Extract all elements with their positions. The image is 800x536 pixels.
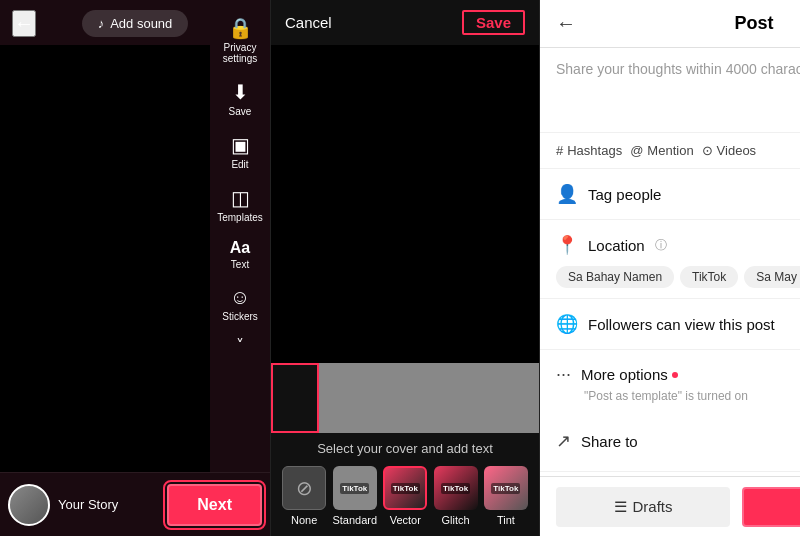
middle-panel: Cancel Save Select your cover and add te… xyxy=(270,0,540,536)
drafts-button[interactable]: ☰ Drafts xyxy=(556,487,730,527)
save-button[interactable]: Save xyxy=(462,10,525,35)
your-story-label: Your Story xyxy=(58,497,159,512)
cover-strip-gray xyxy=(319,363,539,433)
loc-chip-1[interactable]: TikTok xyxy=(680,266,738,288)
hashtags-chip[interactable]: # Hashtags xyxy=(556,143,622,158)
bottom-bar: Your Story Next xyxy=(0,472,270,536)
cover-strip xyxy=(271,363,539,433)
stickers-icon: ☺ xyxy=(230,286,250,309)
cover-option-glitch[interactable]: TikTok Glitch xyxy=(434,466,478,526)
tag-people-left: 👤 Tag people xyxy=(556,183,661,205)
videos-chip[interactable]: ⊙ Videos xyxy=(702,143,757,158)
more-options-row[interactable]: ··· More options › xyxy=(540,350,800,389)
share-label: Share to xyxy=(581,433,638,450)
music-icon: ♪ xyxy=(98,16,105,31)
video-black-area xyxy=(271,45,539,363)
cover-strip-thumb xyxy=(271,363,319,433)
location-chips: Sa Bahay Namen TikTok Sa May Kanto KAHIT… xyxy=(540,260,800,299)
followers-label: Followers can view this post xyxy=(588,316,775,333)
share-row: ↗ Share to ✉ f xyxy=(540,411,800,472)
cover-option-none[interactable]: ⊘ None xyxy=(282,466,326,526)
more-options-label-wrap: More options xyxy=(581,366,678,383)
video-preview xyxy=(0,45,210,472)
vector-thumb: TikTok xyxy=(383,466,427,510)
left-panel: ← ♪ Add sound 🔒 Privacy settings ⬇ Save … xyxy=(0,0,270,536)
tint-thumb: TikTok xyxy=(484,466,528,510)
location-left: 📍 Location ⓘ xyxy=(556,234,667,256)
more-icon: ··· xyxy=(556,364,571,385)
tool-text[interactable]: Aa Text xyxy=(210,233,270,276)
cover-option-vector[interactable]: TikTok Vector xyxy=(383,466,427,526)
globe-icon: 🌐 xyxy=(556,313,578,335)
red-dot-indicator xyxy=(672,372,678,378)
mention-chip[interactable]: @ Mention xyxy=(630,143,693,158)
right-header: ← Post xyxy=(540,0,800,48)
post-button[interactable]: ✦ Post xyxy=(742,487,800,527)
select-cover-text: Select your cover and add text xyxy=(271,433,539,462)
tool-privacy[interactable]: 🔒 Privacy settings xyxy=(210,10,270,70)
circle-icon: ⊙ xyxy=(702,143,713,158)
caption-placeholder[interactable]: Share your thoughts within 4000 characte… xyxy=(556,60,800,80)
text-icon: Aa xyxy=(230,239,250,257)
cover-options: ⊘ None TikTok Standard TikTok Vector Tik… xyxy=(271,462,539,536)
glitch-thumb: TikTok xyxy=(434,466,478,510)
cancel-button[interactable]: Cancel xyxy=(285,14,332,31)
templates-icon: ◫ xyxy=(231,186,250,210)
loc-chip-2[interactable]: Sa May Kanto xyxy=(744,266,800,288)
middle-top-bar: Cancel Save xyxy=(271,0,539,45)
none-thumb: ⊘ xyxy=(282,466,326,510)
post-section: Share your thoughts within 4000 characte… xyxy=(540,48,800,476)
right-back-icon[interactable]: ← xyxy=(556,12,576,35)
more-options-left: ··· More options xyxy=(556,364,678,385)
back-button[interactable]: ← xyxy=(12,10,36,37)
more-options-label: More options xyxy=(581,366,668,383)
bottom-action-bar: ☰ Drafts ✦ Post xyxy=(540,476,800,536)
person-icon: 👤 xyxy=(556,183,578,205)
loc-chip-0[interactable]: Sa Bahay Namen xyxy=(556,266,674,288)
drafts-icon: ☰ xyxy=(614,498,627,516)
add-sound-button[interactable]: ♪ Add sound xyxy=(82,10,189,37)
edit-icon: ▣ xyxy=(231,133,250,157)
info-icon: ⓘ xyxy=(655,237,667,254)
tool-stickers[interactable]: ☺ Stickers xyxy=(210,280,270,328)
cover-option-tint[interactable]: TikTok Tint xyxy=(484,466,528,526)
cover-option-standard[interactable]: TikTok Standard xyxy=(332,466,377,526)
followers-row[interactable]: 🌐 Followers can view this post › xyxy=(540,299,800,350)
share-icon: ↗ xyxy=(556,430,571,452)
at-icon: @ xyxy=(630,143,643,158)
right-title: Post xyxy=(588,13,800,34)
standard-thumb: TikTok xyxy=(333,466,377,510)
tool-templates[interactable]: ◫ Templates xyxy=(210,180,270,229)
tag-people-row[interactable]: 👤 Tag people › xyxy=(540,169,800,220)
tool-edit[interactable]: ▣ Edit xyxy=(210,127,270,176)
avatar xyxy=(8,484,50,526)
more-options-note: "Post as template" is turned on xyxy=(540,389,800,411)
save-icon: ⬇ xyxy=(232,80,249,104)
share-left: ↗ Share to xyxy=(556,430,638,452)
location-icon: 📍 xyxy=(556,234,578,256)
right-panel: ← Post Share your thoughts within 4000 c… xyxy=(540,0,800,536)
location-label: Location xyxy=(588,237,645,254)
next-button[interactable]: Next xyxy=(167,484,262,526)
caption-area: Share your thoughts within 4000 characte… xyxy=(540,48,800,133)
location-row[interactable]: 📍 Location ⓘ › xyxy=(540,220,800,260)
tools-panel: 🔒 Privacy settings ⬇ Save ▣ Edit ◫ Templ… xyxy=(210,0,270,355)
followers-left: 🌐 Followers can view this post xyxy=(556,313,775,335)
chevron-down-icon[interactable]: ˅ xyxy=(236,336,244,355)
lock-icon: 🔒 xyxy=(228,16,253,40)
tag-people-label: Tag people xyxy=(588,186,661,203)
tags-row: # Hashtags @ Mention ⊙ Videos xyxy=(540,133,800,169)
hash-icon: # xyxy=(556,143,563,158)
tool-save[interactable]: ⬇ Save xyxy=(210,74,270,123)
